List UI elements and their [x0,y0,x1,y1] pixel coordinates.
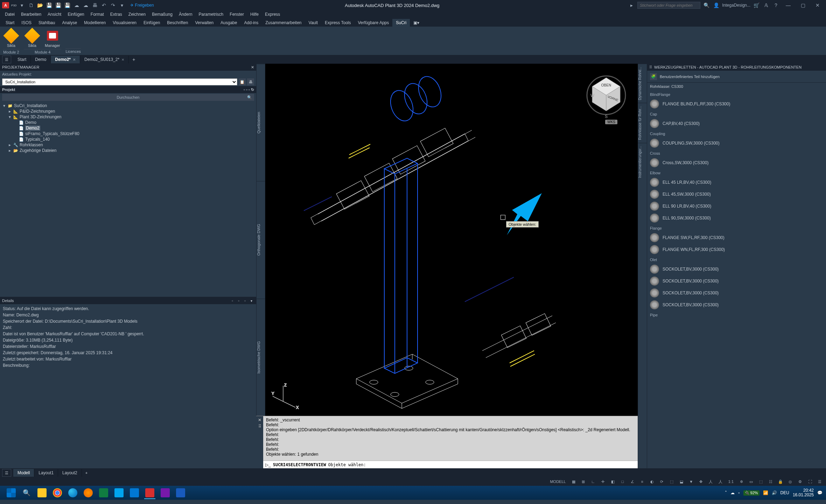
menu-ändern[interactable]: Ändern [176,12,195,17]
palette-item[interactable]: FLANGE SW,FL,RF,300 (CS300) [647,232,826,244]
ribbon-tab[interactable]: Visualisieren [109,19,140,27]
tree-expander-icon[interactable]: ▸ [8,148,12,153]
saveas-icon[interactable]: 💾 [55,1,62,9]
ribbon-tab[interactable]: Verfügbare Apps [355,19,393,27]
tree-expander-icon[interactable]: ▾ [2,103,6,108]
project-tool-icon[interactable]: ▫ [244,88,245,92]
tray-lang[interactable]: DEU [780,490,789,495]
panel-close-icon[interactable]: ✕ [251,65,254,70]
help-icon[interactable]: ? [772,1,780,9]
ribbon-tab[interactable]: SuCri [392,19,410,27]
ribbon-tab[interactable]: Verwalten [191,19,217,27]
tree-item[interactable]: 📄Demo [2,120,254,125]
palette-handle-icon[interactable]: ⠿ [649,65,652,70]
tray-battery[interactable]: 🔌92% [743,490,760,496]
minimize-button[interactable]: — [782,0,794,10]
add-custom-part[interactable]: 🧩 Benutzerdefiniertes Teil hinzufügen [647,71,826,83]
lweight-icon[interactable]: ≡ [639,478,646,485]
clean-screen-icon[interactable]: ⛶ [806,478,813,485]
project-select[interactable]: SuCri_Installation [2,78,237,85]
menu-bearbeiten[interactable]: Bearbeiten [18,12,44,17]
tree-item[interactable]: ▸📐P&ID-Zeichnungen [2,108,254,114]
annotation-icon[interactable]: 人 [707,478,714,485]
project-tool-icon[interactable]: ▫ [246,88,247,92]
ribbon-tab[interactable]: Modellieren [80,19,109,27]
tree-expander-icon[interactable]: ▾ [8,114,12,119]
tree-expander-icon[interactable]: ▸ [8,142,12,147]
details-tool-icon[interactable]: ▫ [230,298,235,303]
tray-volume-icon[interactable]: 🔊 [772,490,777,495]
doc-tab[interactable]: Start [13,56,31,63]
tray-app-icon[interactable]: ▫ [738,490,740,495]
taskbar-word[interactable] [173,486,188,499]
redo-icon[interactable]: ↷ [109,1,117,9]
palette-item[interactable]: SOCKOLET,BV,3000 (CS300) [647,275,826,287]
win-search-button[interactable]: 🔍 [19,486,34,499]
cycling-icon[interactable]: ⟳ [658,478,665,485]
doc-tab[interactable]: Demo [31,56,51,63]
osnap-icon[interactable]: □ [619,478,626,485]
menu-hilfe[interactable]: Hilfe [247,12,261,17]
project-toolbar-icon[interactable]: 🖶 [247,78,254,85]
taskbar-explorer[interactable] [34,486,50,499]
user-name[interactable]: IntegaDesign... [722,3,750,8]
filter-icon[interactable]: ▼ [688,478,695,485]
polar-icon[interactable]: ✛ [600,478,607,485]
manager-button[interactable]: Manager [43,28,61,48]
transparency-icon[interactable]: ◐ [649,478,656,485]
tray-overflow-icon[interactable]: ˄ [725,490,727,495]
palette-item[interactable]: ELL 90 LR,BV,40 (CS300) [647,200,826,212]
close-tab-icon[interactable]: ✕ [121,58,124,62]
project-tool-icon[interactable]: ↻ [251,88,254,92]
menu-extras[interactable]: Extras [107,12,125,17]
ribbon-tab[interactable]: Ausgabe [217,19,240,27]
snap-icon[interactable]: ⊞ [580,478,587,485]
tree-item[interactable]: ▾📁SuCri_Installation [2,103,254,108]
tray-notifications-icon[interactable]: 💬 [817,490,822,495]
cmd-handle-icon[interactable]: ⠿ [258,424,261,429]
menu-fenster[interactable]: Fenster [227,12,247,17]
sikla-button-2[interactable]: Sikla [24,28,41,48]
close-tab-icon[interactable]: ✕ [73,58,76,62]
tree-item[interactable]: 📄siFramo_Typicals_StützeF80 [2,131,254,136]
qat-more-icon[interactable]: ▾ [118,1,126,9]
cloud-open-icon[interactable]: ☁ [73,1,80,9]
palette-item[interactable]: FLANGE BLIND,FL,RF,300 (CS300) [647,98,826,110]
taskbar-app[interactable] [111,486,127,499]
grid-icon[interactable]: ▦ [570,478,577,485]
gizmo-icon[interactable]: ✥ [698,478,705,485]
status-scale[interactable]: 1:1 [727,479,735,484]
menu-express[interactable]: Express [262,12,283,17]
new-icon[interactable]: 🗋 [27,1,35,9]
view-cube[interactable]: OBEN VORNE W S [585,71,627,120]
plot-icon[interactable]: 🖶 [91,1,99,9]
tree-expander-icon[interactable]: ▸ [8,109,12,114]
details-tool-icon[interactable]: ▫ [242,298,248,303]
palette-item[interactable]: SOCKOLET,BV,3000 (CS300) [647,299,826,311]
cmd-close-icon[interactable]: ✕ [258,418,261,422]
ribbon-overflow-icon[interactable]: ▣▾ [410,19,423,27]
palette-item[interactable]: SOCKOLET,BV,3000 (CS300) [647,263,826,275]
details-tool-icon[interactable]: ▫ [236,298,241,303]
ribbon-tab[interactable]: Vault [305,19,321,27]
units-icon[interactable]: ⬚ [757,478,764,485]
apps-icon[interactable]: 𝔸 [762,1,770,9]
tray-clock[interactable]: 20:42 16.01.2025 [793,488,814,497]
vertical-tab[interactable]: Isometrische DWG [257,299,265,416]
tray-cloud-icon[interactable]: ☁ [730,490,735,495]
save-icon[interactable]: 💾 [46,1,53,9]
workspace-icon[interactable]: ✲ [738,478,745,485]
hardware-icon[interactable]: ⚙ [797,478,804,485]
ribbon-tab[interactable]: Express Tools [321,19,354,27]
maximize-button[interactable]: ▢ [797,0,809,10]
doc-tab[interactable]: Demo2_SU013_2*✕ [80,56,129,63]
iso-icon[interactable]: ◧ [609,478,616,485]
taskbar-firefox[interactable] [80,486,96,499]
taskbar-excel[interactable] [96,486,111,499]
lock-ui-icon[interactable]: 🔒 [777,478,784,485]
help-search-input[interactable] [637,2,700,9]
palette-item[interactable]: ELL 45 LR,BV,40 (CS300) [647,176,826,188]
tray-wifi-icon[interactable]: 📶 [763,490,768,495]
palette-item[interactable]: ELL 45,SW,3000 (CS300) [647,188,826,200]
qat-menu-icon[interactable]: ▾ [18,1,26,9]
